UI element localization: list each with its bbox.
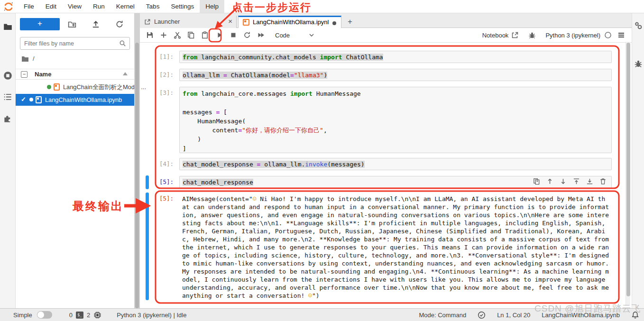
menu-edit[interactable]: Edit: [40, 0, 62, 13]
terminal-icon[interactable]: $_: [76, 312, 83, 319]
chevron-down-icon[interactable]: [308, 31, 315, 39]
delete-cell-icon[interactable]: [599, 178, 607, 185]
menu-help[interactable]: Help: [200, 0, 224, 13]
new-folder-icon[interactable]: [68, 20, 76, 28]
command-mode-indicator[interactable]: Mode: Command: [419, 312, 466, 319]
close-icon[interactable]: ×: [228, 17, 232, 25]
debugger-icon[interactable]: [634, 59, 643, 68]
cell-output-text[interactable]: AIMessage(content="☺ Ni Hao! I'm happy t…: [182, 195, 614, 300]
trusted-icon: [478, 311, 486, 319]
code-cell-input[interactable]: from langchain_core.messages import Huma…: [179, 87, 612, 153]
cell-toolbar: [533, 178, 607, 185]
move-down-icon[interactable]: [560, 178, 567, 185]
property-inspector-icon[interactable]: [634, 21, 643, 30]
active-filename[interactable]: LangChainWithOllama.ipynb: [542, 312, 620, 319]
restart-run-all-icon[interactable]: [257, 31, 265, 39]
tab-launcher[interactable]: Launcher ×: [140, 16, 237, 28]
stop-icon[interactable]: [230, 31, 237, 39]
menu-items: FileEditViewRunKernelTabsSettingsHelp: [18, 0, 224, 13]
tab-label[interactable]: Launcher: [154, 18, 180, 25]
name-column-header[interactable]: Name: [35, 71, 51, 78]
breadcrumb-root[interactable]: /: [33, 55, 35, 62]
jupyter-logo: [3, 1, 14, 12]
extensions-icon[interactable]: [3, 114, 12, 123]
notebook-link[interactable]: Notebook: [482, 32, 509, 39]
external-link-icon[interactable]: [511, 31, 519, 39]
notebook-file-icon: [36, 96, 42, 103]
notebook-file-icon: [243, 19, 249, 26]
kernels-icon[interactable]: [93, 311, 101, 319]
paste-icon[interactable]: [201, 31, 209, 39]
insert-above-icon[interactable]: [573, 178, 580, 185]
file-name[interactable]: LangChainWithOllama.ipynb: [45, 96, 122, 103]
running-kernels-icon[interactable]: [3, 71, 12, 80]
search-icon: [119, 40, 126, 47]
select-all-checkbox[interactable]: –: [21, 71, 28, 78]
debugger-icon[interactable]: [528, 31, 536, 39]
save-icon[interactable]: [146, 31, 154, 39]
cell-collapser[interactable]: [146, 175, 149, 189]
menu-settings[interactable]: Settings: [165, 0, 200, 13]
tab-notebook-active[interactable]: LangChainWithOllama.ipynl: [238, 16, 341, 28]
kernel-status-text[interactable]: Python 3 (ipykernel) | Idle: [117, 312, 186, 319]
cell-input-prompt: [2]:: [159, 71, 174, 78]
output-collapser[interactable]: [146, 193, 149, 300]
cell-input-prompt-active: [5]:: [159, 178, 174, 185]
restart-kernel-icon[interactable]: [243, 31, 251, 39]
new-launcher-button[interactable]: +: [20, 18, 60, 30]
cursor-position[interactable]: Ln 1, Col 20: [497, 312, 530, 319]
code-cell-input[interactable]: chat_model_response = ollama_llm.invoke(…: [179, 158, 612, 170]
left-activity-bar: [0, 13, 16, 308]
cell-type-select[interactable]: Code: [275, 32, 290, 39]
terminals-count: 0: [69, 312, 73, 319]
move-up-icon[interactable]: [546, 178, 553, 185]
code-cell-input[interactable]: ollama_llm = ChatOllama(model="llama3"): [179, 69, 612, 81]
cell-output-prompt: [5]:: [159, 195, 174, 202]
file-row-selected[interactable]: ✓ LangChainWithOllama.ipynb: [16, 94, 134, 106]
menubar: FileEditViewRunKernelTabsSettingsHelp: [0, 0, 644, 13]
run-cell-icon[interactable]: [216, 31, 223, 39]
notebook-toolbar: Code Notebook Python 3 (ipykernel): [140, 28, 632, 43]
refresh-icon[interactable]: [115, 20, 124, 28]
cell-input-prompt: [3]:: [159, 89, 174, 96]
new-tab-button[interactable]: +: [345, 17, 355, 27]
simple-mode-label: Simple: [13, 312, 32, 319]
tab-label[interactable]: LangChainWithOllama.ipynl: [253, 18, 329, 26]
simple-mode-toggle[interactable]: [37, 311, 52, 319]
cut-icon[interactable]: [174, 31, 181, 39]
upload-icon[interactable]: [92, 20, 100, 28]
breadcrumb[interactable]: /: [21, 55, 35, 62]
copy-icon[interactable]: [187, 31, 195, 39]
scrollbar-thumb[interactable]: [626, 43, 630, 296]
launcher-icon: [144, 18, 151, 25]
code-cell-input-active[interactable]: chat_model_response: [179, 176, 612, 189]
cell-input-prompt: [4]:: [159, 160, 174, 167]
jupyterlab-window: FileEditViewRunKernelTabsSettingsHelp +: [0, 0, 644, 321]
status-bar: Simple 0 $_ 2 Python 3 (ipykernel) | Idl…: [0, 308, 644, 321]
sort-asc-icon: [123, 72, 128, 75]
filter-files-input[interactable]: [24, 37, 117, 49]
duplicate-cell-icon[interactable]: [533, 178, 540, 185]
notebook-scrollbar: [626, 42, 630, 306]
kernel-name[interactable]: Python 3 (ipykernel): [545, 32, 600, 39]
insert-below-icon[interactable]: [586, 178, 593, 185]
file-list-header[interactable]: – Name: [16, 69, 134, 80]
file-row[interactable]: LangChain全面剖析之Model ...: [16, 81, 134, 93]
panel-splitter[interactable]: [134, 13, 140, 308]
right-activity-bar: [632, 13, 644, 308]
table-of-contents-icon[interactable]: [3, 92, 12, 101]
kebab-menu-icon[interactable]: [617, 31, 625, 39]
kernel-running-dot: [47, 85, 51, 89]
menu-view[interactable]: View: [62, 0, 87, 13]
add-cell-icon[interactable]: [160, 31, 167, 39]
notebook-content: [1]: from langchain_community.chat_model…: [140, 43, 632, 308]
file-name[interactable]: LangChain全面剖析之Model ...: [63, 83, 146, 92]
file-browser-icon[interactable]: [3, 22, 12, 31]
menu-file[interactable]: File: [18, 0, 40, 13]
bell-icon[interactable]: [631, 311, 639, 319]
menu-tabs[interactable]: Tabs: [140, 0, 166, 13]
menu-kernel[interactable]: Kernel: [110, 0, 140, 13]
menu-run[interactable]: Run: [87, 0, 110, 13]
code-cell-input[interactable]: from langchain_community.chat_models imp…: [179, 51, 612, 63]
kernel-status-icon[interactable]: [604, 31, 612, 39]
